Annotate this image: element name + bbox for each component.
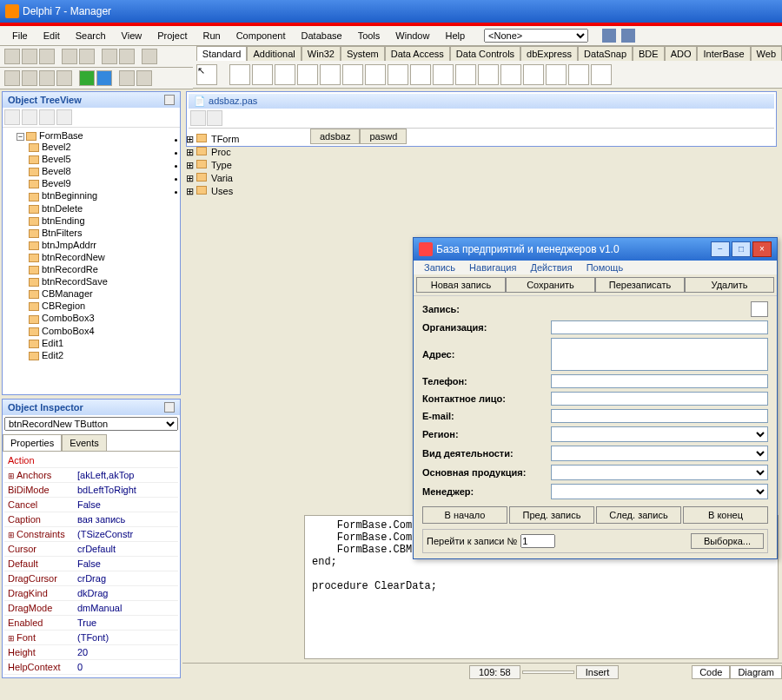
comp-icon[interactable]: [252, 64, 273, 85]
menu-file[interactable]: File: [5, 29, 35, 43]
palette-tab[interactable]: System: [341, 46, 385, 61]
oi-tab[interactable]: Properties: [3, 434, 62, 451]
browse-button[interactable]: [751, 301, 768, 317]
comp-icon[interactable]: [410, 64, 431, 85]
maximize-button[interactable]: □: [732, 241, 751, 257]
pin-icon[interactable]: [164, 95, 175, 105]
prop-name[interactable]: DragKind: [4, 586, 74, 600]
prop-name[interactable]: DragCursor: [4, 571, 74, 585]
prop-name[interactable]: DragMode: [4, 601, 74, 615]
comp-icon[interactable]: [546, 64, 567, 85]
prop-value[interactable]: False: [74, 498, 178, 512]
region-combo[interactable]: [551, 426, 768, 442]
close-button[interactable]: ×: [752, 241, 772, 257]
editor-tab[interactable]: paswd: [360, 129, 407, 144]
palette-tab[interactable]: dbExpress: [520, 46, 578, 61]
structure-tree[interactable]: ⊞ TForm⊞ Proc⊞ Type⊞ Varia⊞ Uses: [186, 133, 299, 198]
open-icon[interactable]: [22, 49, 37, 64]
cursor-icon[interactable]: ↖: [196, 64, 217, 85]
newform-icon[interactable]: [56, 70, 72, 86]
form-action-button[interactable]: Новая запись: [416, 277, 506, 293]
menu-help[interactable]: Help: [438, 29, 472, 43]
menu-tools[interactable]: Tools: [351, 29, 388, 43]
palette-tab[interactable]: DataSnap: [578, 46, 633, 61]
struct-node[interactable]: ⊞ Type: [186, 159, 299, 172]
unit-icon[interactable]: [4, 70, 20, 86]
form-action-button[interactable]: Удалить: [685, 277, 774, 293]
comp-icon[interactable]: [523, 64, 544, 85]
prop-name[interactable]: Default: [4, 557, 74, 571]
menu-edit[interactable]: Edit: [36, 29, 67, 43]
comp-icon[interactable]: [320, 64, 341, 85]
tree-btn[interactable]: [4, 109, 20, 125]
org-input[interactable]: [551, 320, 768, 334]
nav-fwd-icon[interactable]: [207, 110, 222, 126]
form-action-button[interactable]: Сохранить: [506, 277, 595, 293]
prop-value[interactable]: crDrag: [74, 571, 178, 585]
tree-node[interactable]: BtnFilters: [29, 227, 178, 239]
component-selector[interactable]: btnRecordNew TButton: [4, 417, 178, 431]
prop-value[interactable]: (TFont): [74, 631, 178, 644]
struct-node[interactable]: ⊞ Uses: [186, 185, 299, 198]
tree-btn[interactable]: [56, 109, 72, 125]
addr-input[interactable]: [551, 338, 768, 371]
tool-icon[interactable]: [602, 29, 616, 43]
menu-component[interactable]: Component: [229, 29, 293, 43]
view-tab[interactable]: Diagram: [730, 665, 782, 679]
remove-icon[interactable]: [119, 49, 135, 64]
prop-value[interactable]: (TSizeConstr: [74, 527, 178, 541]
palette-tab[interactable]: Win32: [302, 46, 341, 61]
goto-input[interactable]: [520, 534, 555, 548]
palette-tab[interactable]: ADO: [665, 46, 698, 61]
tree-node[interactable]: btnRecordRe: [29, 263, 178, 275]
help-icon[interactable]: [142, 49, 157, 64]
comp-icon[interactable]: [365, 64, 386, 85]
menu-window[interactable]: Window: [388, 29, 436, 43]
nav-button[interactable]: След. запись: [596, 506, 681, 524]
tree-node[interactable]: ComboBox3: [29, 312, 178, 324]
tree-node[interactable]: btnRecordSave: [29, 275, 178, 287]
nav-back-icon[interactable]: [190, 110, 206, 126]
prop-name[interactable]: Cancel: [4, 498, 74, 512]
form-menu-item[interactable]: Помощь: [580, 261, 631, 274]
prop-name[interactable]: Enabled: [4, 616, 74, 630]
openproj-icon[interactable]: [79, 49, 95, 64]
prop-value[interactable]: dkDrag: [74, 586, 178, 600]
trace-icon[interactable]: [119, 70, 135, 86]
designed-form[interactable]: База предприятий и менеджеров v1.0 − □ ×…: [413, 237, 778, 559]
comp-icon[interactable]: [433, 64, 454, 85]
tree-node[interactable]: Edit2: [29, 349, 178, 361]
tool-icon[interactable]: [621, 29, 635, 43]
palette-tab[interactable]: Additional: [247, 46, 301, 61]
tree-node[interactable]: btnJmpAddrr: [29, 239, 178, 251]
prop-name[interactable]: Font: [4, 631, 74, 644]
tree-btn[interactable]: [39, 109, 55, 125]
tree-node[interactable]: CBRegion: [29, 300, 178, 312]
save-icon[interactable]: [39, 49, 55, 64]
prop-value[interactable]: 20: [74, 645, 178, 659]
form-menu-item[interactable]: Действия: [523, 261, 579, 274]
comp-icon[interactable]: [297, 64, 318, 85]
add-icon[interactable]: [102, 49, 117, 64]
palette-tab[interactable]: Data Access: [385, 46, 450, 61]
filter-button[interactable]: Выборка...: [691, 533, 764, 549]
comp-icon[interactable]: [455, 64, 476, 85]
comp-icon[interactable]: [568, 64, 589, 85]
tree-node[interactable]: btnBeginning: [29, 189, 178, 201]
tree-node[interactable]: Edit1: [29, 337, 178, 349]
nav-button[interactable]: Пред. запись: [509, 506, 594, 524]
prop-value[interactable]: вая запись: [74, 512, 178, 526]
new-icon[interactable]: [4, 49, 20, 64]
object-tree[interactable]: −FormBase Bevel2Bevel5Bevel8Bevel9btnBeg…: [3, 128, 180, 394]
struct-node[interactable]: ⊞ Varia: [186, 172, 299, 185]
tree-btn[interactable]: [22, 109, 37, 125]
run-icon[interactable]: [79, 70, 95, 86]
saveall-icon[interactable]: [62, 49, 77, 64]
tree-node[interactable]: Bevel9: [29, 177, 178, 189]
palette-tab[interactable]: Web: [751, 46, 782, 61]
email-input[interactable]: [551, 409, 768, 423]
oi-tab[interactable]: Events: [62, 434, 107, 451]
prop-value[interactable]: 0: [74, 660, 178, 674]
activity-combo[interactable]: [551, 446, 768, 461]
prop-value[interactable]: [74, 453, 178, 467]
